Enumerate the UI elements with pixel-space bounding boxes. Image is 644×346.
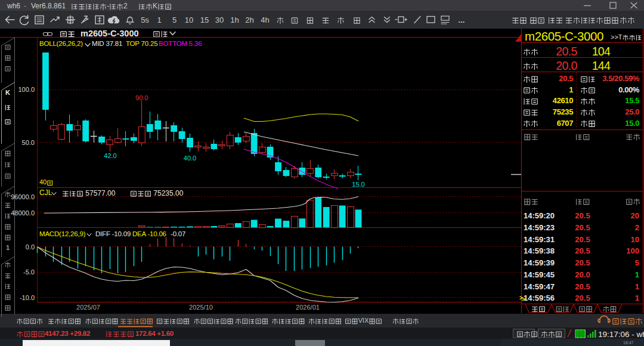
svg-text:5: 5 xyxy=(172,16,177,24)
svg-text:144: 144 xyxy=(592,59,611,72)
svg-text:1: 1 xyxy=(157,16,161,24)
svg-text:-: - xyxy=(24,2,26,10)
svg-text:96000.0: 96000.0 xyxy=(11,193,35,200)
svg-text:4147.23 +29.82: 4147.23 +29.82 xyxy=(45,330,90,337)
svg-text:15.0: 15.0 xyxy=(352,181,364,188)
svg-text:20.5: 20.5 xyxy=(559,74,573,83)
svg-text:19:17:06 - wh: 19:17:06 - wh xyxy=(598,330,644,339)
svg-text:20.0: 20.0 xyxy=(575,270,590,279)
svg-text:2: 2 xyxy=(635,223,639,232)
svg-text:BOLL(26,26,2): BOLL(26,26,2) xyxy=(39,40,83,47)
svg-text:-: - xyxy=(107,2,109,10)
svg-text:TOP 70.25: TOP 70.25 xyxy=(126,40,157,47)
svg-text:40: 40 xyxy=(39,178,47,186)
svg-text:DEA -10.06: DEA -10.06 xyxy=(132,230,166,237)
svg-text:0.00%: 0.00% xyxy=(618,85,640,94)
svg-text:57577.00: 57577.00 xyxy=(85,189,115,197)
svg-text:14:59:39: 14:59:39 xyxy=(524,258,555,267)
svg-text:15.0: 15.0 xyxy=(625,119,639,128)
svg-text:20: 20 xyxy=(631,211,639,220)
svg-text:1: 1 xyxy=(635,270,639,279)
svg-text:2h: 2h xyxy=(245,16,253,24)
svg-text:1: 1 xyxy=(635,282,639,291)
svg-text:172.64 +1.60: 172.64 +1.60 xyxy=(135,330,174,337)
svg-text:DIFF -10.09: DIFF -10.09 xyxy=(95,230,131,237)
svg-text:15.5: 15.5 xyxy=(625,96,639,105)
svg-text:20.5: 20.5 xyxy=(575,235,590,244)
svg-text:75235.00: 75235.00 xyxy=(153,189,183,197)
svg-text:T: T xyxy=(618,33,623,41)
svg-text:20.5: 20.5 xyxy=(575,294,590,302)
svg-text:BOTTOM 5.36: BOTTOM 5.36 xyxy=(159,40,202,47)
svg-text:2026/01: 2026/01 xyxy=(296,304,320,311)
svg-text:5s: 5s xyxy=(141,16,149,24)
svg-text:50.0: 50.0 xyxy=(22,139,35,146)
svg-text:10: 10 xyxy=(185,16,193,24)
svg-text:0.0: 0.0 xyxy=(26,243,35,251)
svg-text:30: 30 xyxy=(215,16,224,24)
svg-text:42610: 42610 xyxy=(553,96,573,105)
svg-text:48000.0: 48000.0 xyxy=(11,209,35,217)
svg-text:104: 104 xyxy=(592,45,611,58)
svg-text:1: 1 xyxy=(635,294,639,302)
svg-text:...: ... xyxy=(459,16,465,24)
svg-text:>: > xyxy=(522,296,525,302)
svg-text:Ver6.8.861: Ver6.8.861 xyxy=(31,2,66,10)
svg-text:75235: 75235 xyxy=(553,107,573,116)
svg-text:m2605-C-3000: m2605-C-3000 xyxy=(80,29,139,38)
svg-text:20.5: 20.5 xyxy=(575,223,590,232)
svg-text:10: 10 xyxy=(631,235,639,244)
svg-text:wh6: wh6 xyxy=(7,2,20,10)
svg-text:3.5/20.59%: 3.5/20.59% xyxy=(602,74,640,83)
svg-text:42.0: 42.0 xyxy=(104,152,116,159)
svg-text:-5.0: -5.0 xyxy=(23,268,35,276)
svg-text:14:59:38: 14:59:38 xyxy=(524,246,555,255)
svg-text:K: K xyxy=(153,2,157,10)
svg-text:18:47: 18:47 xyxy=(623,341,634,345)
svg-text:20.5: 20.5 xyxy=(575,211,590,220)
svg-text:14:59:31: 14:59:31 xyxy=(524,235,555,244)
svg-text:100: 100 xyxy=(626,246,639,255)
svg-text:K: K xyxy=(5,89,10,96)
svg-text:-0.07: -0.07 xyxy=(171,230,185,237)
svg-text:2: 2 xyxy=(123,2,128,10)
svg-text:15: 15 xyxy=(200,16,209,24)
svg-text:20.5: 20.5 xyxy=(575,246,590,255)
svg-text:20.5: 20.5 xyxy=(556,45,577,58)
svg-text:14:59:56: 14:59:56 xyxy=(524,294,555,302)
svg-text:2025/10: 2025/10 xyxy=(189,304,213,311)
svg-text:1h: 1h xyxy=(230,16,239,24)
svg-text:MACD(12,26,9): MACD(12,26,9) xyxy=(39,230,86,237)
svg-text:2025/07: 2025/07 xyxy=(76,304,100,311)
svg-text:20.0: 20.0 xyxy=(556,59,577,72)
svg-text:MID 37.81: MID 37.81 xyxy=(92,40,122,47)
svg-text:20.5: 20.5 xyxy=(575,282,590,291)
svg-text:-10.0: -10.0 xyxy=(20,294,35,301)
svg-text:14:59:45: 14:59:45 xyxy=(524,270,555,279)
svg-text:1: 1 xyxy=(569,85,573,94)
svg-text:>>: >> xyxy=(611,33,618,41)
svg-text:25.0: 25.0 xyxy=(625,107,639,116)
svg-text:90.0: 90.0 xyxy=(135,94,148,101)
svg-text:14:59:47: 14:59:47 xyxy=(524,282,555,291)
svg-text:4h: 4h xyxy=(261,16,269,24)
svg-text:20.5: 20.5 xyxy=(575,258,590,267)
svg-text:5: 5 xyxy=(635,258,639,267)
svg-text:14:59:20: 14:59:20 xyxy=(524,211,555,220)
svg-text:1: 1 xyxy=(6,244,10,251)
svg-text:40.0: 40.0 xyxy=(184,155,196,162)
svg-text:14:59:23: 14:59:23 xyxy=(524,223,555,232)
svg-text:100.0: 100.0 xyxy=(18,86,35,93)
svg-text:m2605-C-3000: m2605-C-3000 xyxy=(525,29,603,43)
svg-text:CJL: CJL xyxy=(39,189,52,197)
svg-text:VIX: VIX xyxy=(358,317,369,324)
svg-text:6707: 6707 xyxy=(557,119,573,128)
